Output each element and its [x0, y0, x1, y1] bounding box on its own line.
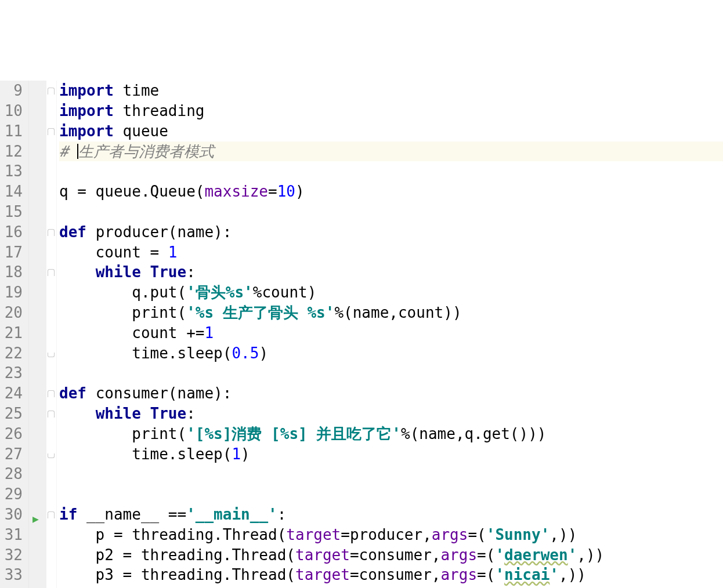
- fold-toggle-icon[interactable]: [48, 88, 55, 95]
- code-line[interactable]: [59, 484, 723, 504]
- line-number: 19: [0, 282, 23, 303]
- code-token: 生产者与消费者模式: [78, 143, 214, 160]
- code-token: ': [495, 546, 504, 564]
- code-line[interactable]: while True:: [59, 262, 723, 282]
- code-token: import: [59, 122, 114, 140]
- code-token: target: [286, 526, 341, 543]
- code-token: ): [295, 183, 305, 200]
- code-token: count +=: [59, 324, 204, 342]
- code-token: 0.5: [232, 344, 259, 362]
- code-line[interactable]: [59, 161, 723, 182]
- code-token: args: [432, 526, 468, 543]
- code-token: while True: [96, 405, 187, 422]
- code-line[interactable]: import threading: [59, 101, 723, 121]
- code-token: def: [59, 384, 96, 402]
- code-line[interactable]: q.put('骨头%s'%count): [59, 282, 723, 303]
- line-number: 25: [0, 404, 23, 424]
- code-token: '骨头%s': [186, 284, 253, 301]
- code-token: while True: [96, 263, 187, 281]
- code-token: %(name,count)): [334, 304, 461, 321]
- code-line[interactable]: def producer(name):: [59, 222, 723, 242]
- code-token: ,)): [559, 566, 586, 583]
- code-line[interactable]: count = 1: [59, 242, 723, 263]
- code-line[interactable]: [59, 202, 723, 222]
- fold-toggle-icon[interactable]: [48, 229, 55, 236]
- code-token: Sunny: [495, 526, 540, 543]
- code-token: =producer,: [341, 526, 432, 543]
- fold-toggle-icon[interactable]: [48, 390, 55, 397]
- line-number: 33: [0, 565, 23, 585]
- code-line[interactable]: # 生产者与消费者模式: [59, 141, 723, 162]
- code-token: [59, 405, 96, 422]
- line-number: 26: [0, 424, 23, 444]
- code-line[interactable]: print('%s 生产了骨头 %s'%(name,count)): [59, 303, 723, 323]
- fold-toggle-icon[interactable]: [48, 511, 55, 518]
- code-token: %count): [253, 284, 317, 301]
- code-token: #: [59, 143, 77, 160]
- code-token: if: [59, 506, 86, 523]
- code-token: print(: [59, 425, 186, 442]
- fold-toggle-icon[interactable]: [48, 269, 55, 276]
- code-line[interactable]: def consumer(name):: [59, 383, 723, 404]
- code-token: print(: [59, 304, 186, 321]
- code-token: import: [59, 102, 114, 119]
- code-line[interactable]: while True:: [59, 404, 723, 424]
- line-number: 30: [0, 504, 23, 525]
- line-number: 23: [0, 363, 23, 383]
- line-number: 17: [0, 242, 23, 263]
- line-number: 31: [0, 525, 23, 545]
- code-line[interactable]: count +=1: [59, 323, 723, 343]
- code-token: target: [295, 546, 350, 564]
- fold-column[interactable]: [46, 81, 57, 588]
- code-token: ,)): [550, 526, 577, 543]
- code-token: [59, 263, 96, 281]
- code-token: =(: [477, 546, 495, 564]
- line-number: 16: [0, 222, 23, 242]
- code-token: p = threading.Thread(: [59, 526, 286, 543]
- code-token: 10: [277, 183, 295, 200]
- code-token: :: [186, 263, 196, 281]
- code-line[interactable]: q = queue.Queue(maxsize=10): [59, 182, 723, 202]
- line-number: 15: [0, 202, 23, 222]
- code-token: 1: [204, 324, 214, 342]
- code-token: :: [186, 405, 196, 422]
- code-line[interactable]: [59, 464, 723, 484]
- code-line[interactable]: import time: [59, 81, 723, 101]
- code-line[interactable]: time.sleep(0.5): [59, 343, 723, 364]
- fold-toggle-icon[interactable]: [48, 128, 55, 135]
- code-line[interactable]: import queue: [59, 121, 723, 141]
- code-token: ): [241, 445, 250, 463]
- code-token: consumer(name):: [96, 384, 232, 402]
- run-gutter-icon[interactable]: ▶: [32, 509, 39, 529]
- code-token: import: [59, 82, 114, 99]
- code-token: ': [541, 526, 550, 543]
- code-token: ): [259, 344, 268, 362]
- code-token: ,)): [577, 546, 604, 564]
- code-token: def: [59, 223, 96, 241]
- code-token: =consumer,: [350, 546, 441, 564]
- code-token: time.sleep(: [59, 344, 232, 362]
- code-token: %(name,q.get())): [401, 425, 546, 442]
- code-token: ': [486, 526, 496, 543]
- code-token: threading: [114, 102, 205, 119]
- line-number: 27: [0, 444, 23, 464]
- fold-end-icon: [48, 353, 55, 357]
- code-area[interactable]: import timeimport threadingimport queue#…: [57, 81, 723, 588]
- code-token: ': [550, 566, 559, 583]
- code-line[interactable]: [59, 363, 723, 383]
- code-line[interactable]: print('[%s]消费 [%s] 并且吃了它'%(name,q.get())…: [59, 424, 723, 444]
- code-token: =(: [477, 566, 495, 583]
- code-token: 1: [168, 244, 178, 261]
- code-token: target: [295, 566, 350, 583]
- code-line[interactable]: p = threading.Thread(target=producer,arg…: [59, 525, 723, 545]
- code-line[interactable]: if __name__ =='__main__':: [59, 504, 723, 525]
- code-line[interactable]: p2 = threading.Thread(target=consumer,ar…: [59, 545, 723, 565]
- code-editor[interactable]: 9101112131415161718192021222324252627282…: [0, 81, 723, 588]
- fold-toggle-icon[interactable]: [48, 411, 55, 418]
- code-line[interactable]: p.start(): [59, 585, 723, 588]
- code-token: nicai: [504, 566, 550, 583]
- code-line[interactable]: p3 = threading.Thread(target=consumer,ar…: [59, 565, 723, 585]
- line-number: 34: [0, 585, 23, 588]
- code-token: args: [440, 566, 477, 583]
- code-line[interactable]: time.sleep(1): [59, 444, 723, 464]
